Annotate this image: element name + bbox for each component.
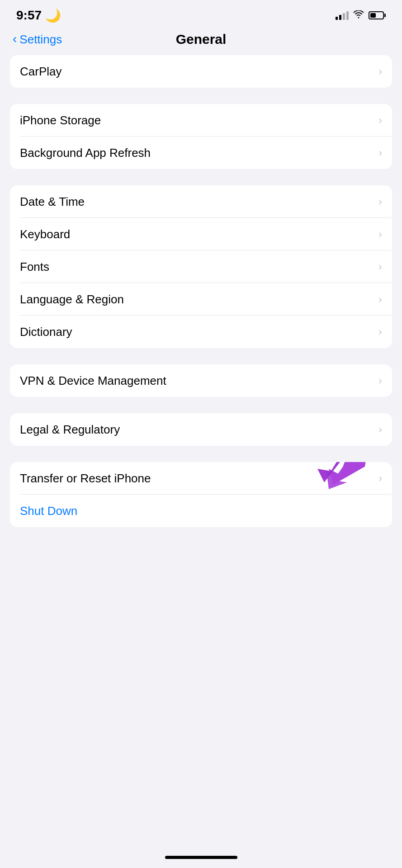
nav-header: ‹ Settings General (0, 27, 402, 55)
back-button[interactable]: ‹ Settings (13, 33, 62, 47)
list-item[interactable]: Date & Time › (10, 185, 392, 218)
reset-section: Transfer or Reset iPhone › Shut Down (10, 462, 392, 527)
settings-content: CarPlay › iPhone Storage › Background Ap… (0, 55, 402, 527)
list-item[interactable]: Dictionary › (10, 316, 392, 348)
legal-regulatory-label: Legal & Regulatory (20, 423, 120, 437)
chevron-right-icon: › (378, 65, 382, 78)
battery-icon (369, 11, 386, 19)
battery-body (369, 11, 384, 19)
list-item[interactable]: CarPlay › (10, 55, 392, 88)
wifi-icon (353, 10, 364, 20)
signal-bar-1 (336, 17, 338, 20)
list-item[interactable]: Language & Region › (10, 283, 392, 316)
shutdown-item[interactable]: Shut Down (10, 495, 392, 527)
language-region-label: Language & Region (20, 292, 124, 307)
dictionary-label: Dictionary (20, 325, 72, 339)
time-display: 9:57 (16, 8, 42, 23)
home-indicator (165, 856, 237, 859)
signal-bar-3 (343, 13, 345, 20)
legal-section: Legal & Regulatory › (10, 413, 392, 446)
list-item[interactable]: Keyboard › (10, 218, 392, 250)
locale-section: Date & Time › Keyboard › Fonts › Languag… (10, 185, 392, 348)
background-app-refresh-label: Background App Refresh (20, 146, 151, 160)
chevron-right-icon: › (378, 114, 382, 127)
status-time: 9:57 🌙 (16, 8, 61, 23)
transfer-reset-label: Transfer or Reset iPhone (20, 472, 151, 486)
battery-tip (384, 14, 386, 17)
battery-fill (370, 13, 376, 18)
chevron-right-icon: › (378, 228, 382, 241)
shutdown-label: Shut Down (20, 504, 77, 518)
list-item[interactable]: Fonts › (10, 250, 392, 283)
chevron-right-icon: › (378, 472, 382, 485)
chevron-right-icon: › (378, 423, 382, 436)
chevron-right-icon: › (378, 374, 382, 387)
chevron-right-icon: › (378, 195, 382, 208)
fonts-label: Fonts (20, 260, 49, 274)
iphone-storage-label: iPhone Storage (20, 113, 101, 127)
status-icons (336, 10, 386, 20)
chevron-right-icon: › (378, 326, 382, 338)
vpn-label: VPN & Device Management (20, 374, 166, 388)
list-item[interactable]: iPhone Storage › (10, 104, 392, 137)
signal-bars-icon (336, 11, 349, 20)
back-chevron-icon: ‹ (13, 32, 17, 46)
moon-icon: 🌙 (45, 8, 61, 23)
list-item[interactable]: Background App Refresh › (10, 137, 392, 169)
page-title: General (176, 32, 227, 47)
date-time-label: Date & Time (20, 195, 85, 209)
list-item[interactable]: Transfer or Reset iPhone › (10, 462, 392, 495)
status-bar: 9:57 🌙 (0, 0, 402, 27)
carplay-section: CarPlay › (10, 55, 392, 88)
chevron-right-icon: › (378, 260, 382, 273)
carplay-label: CarPlay (20, 65, 61, 79)
list-item[interactable]: VPN & Device Management › (10, 364, 392, 397)
chevron-right-icon: › (378, 146, 382, 159)
signal-bar-2 (339, 15, 341, 20)
vpn-section: VPN & Device Management › (10, 364, 392, 397)
keyboard-label: Keyboard (20, 227, 70, 241)
list-item[interactable]: Legal & Regulatory › (10, 413, 392, 446)
back-label: Settings (19, 33, 62, 47)
chevron-right-icon: › (378, 293, 382, 306)
signal-bar-4 (346, 11, 349, 20)
storage-section: iPhone Storage › Background App Refresh … (10, 104, 392, 169)
